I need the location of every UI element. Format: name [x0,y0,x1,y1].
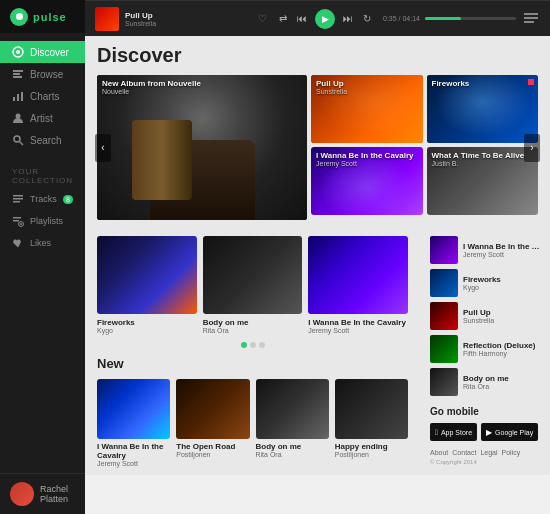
go-mobile-title: Go mobile [430,406,540,417]
now-playing-bar: Pull Up Sunstrella ♡ ⇄ ⏮ ▶ ⏭ ↻ 0:35 / 04… [85,0,550,36]
music-card-cavalry[interactable]: I Wanna Be In the Cavalry Jeremy Scott [308,236,408,334]
carousel-prev-button[interactable]: ‹ [95,134,111,162]
new-card-open-road-artist: Postiljonen [176,451,249,458]
queue-info-0: I Wanna Be In the Cavalry Jeremy Scott [463,242,540,258]
dot-1[interactable] [241,342,247,348]
queue-info-1: Fireworks Kygo [463,275,540,291]
carousel-top-row: Pull Up Sunstrella Fireworks [311,75,538,143]
new-card-cavalry-img [97,379,170,439]
svg-rect-20 [524,21,534,23]
new-card-body-title: Body on me [256,442,329,451]
footer-legal[interactable]: Legal [480,449,497,456]
card-title-cavalry: I Wanna Be In the Cavalry [316,151,414,160]
queue-thumb-1 [430,269,458,297]
svg-point-17 [20,223,22,225]
likes-icon [12,237,24,249]
featured-subtitle: Nouvelle [102,88,201,95]
search-icon [12,134,24,146]
svg-rect-19 [524,17,538,19]
music-card-fireworks-title: Fireworks [97,318,197,327]
svg-rect-7 [21,92,23,101]
music-card-body-on-me[interactable]: Body on me Rita Ora [203,236,303,334]
new-card-open-road[interactable]: The Open Road Postiljonen [176,379,249,467]
logo-text: pulse [33,11,67,23]
new-card-happy-img [335,379,408,439]
page-title: Discover [97,44,538,67]
svg-line-10 [20,142,24,146]
np-play-button[interactable]: ▶ [315,9,335,29]
queue-title-0: I Wanna Be In the Cavalry [463,242,540,251]
sidebar-item-browse[interactable]: Browse [0,63,85,85]
sidebar-item-tracks[interactable]: Tracks 8 [0,188,85,210]
footer-policy[interactable]: Policy [502,449,521,456]
sidebar-item-discover[interactable]: Discover [0,41,85,63]
sidebar-item-playlists[interactable]: Playlists [0,210,85,232]
np-queue-button[interactable] [524,12,540,26]
svg-point-8 [16,114,21,119]
queue-item-3[interactable]: Reflection (Deluxe) Fifth Harmony [430,335,540,363]
apple-icon:  [435,428,438,437]
sidebar-item-search[interactable]: Search [0,129,85,151]
np-repeat-button[interactable]: ↻ [361,11,373,26]
queue-item-2[interactable]: Pull Up Sunstrella [430,302,540,330]
carousel-card-pull-up[interactable]: Pull Up Sunstrella [311,75,423,143]
carousel-card-fireworks[interactable]: Fireworks [427,75,539,143]
queue-artist-0: Jeremy Scott [463,251,540,258]
new-card-happy-ending[interactable]: Happy ending Postiljonen [335,379,408,467]
card-title-pull-up: Pull Up [316,79,347,88]
new-card-cavalry-artist: Jeremy Scott [97,460,170,467]
card-artist-pull-up: Sunstrella [316,88,347,95]
content-right: I Wanna Be In the Cavalry Jeremy Scott F… [420,228,550,475]
carousel-container: ‹ New Album from Nouvelle Nouvelle [97,75,538,220]
np-shuffle-button[interactable]: ⇄ [277,11,289,26]
playlists-icon [12,215,24,227]
footer-about[interactable]: About [430,449,448,456]
content-body: Fireworks Kygo Body on me Rita Ora I Wan… [85,228,550,475]
featured-title: New Album from Nouvelle [102,79,201,88]
np-progress-bar[interactable]: 0:35 / 04:14 [383,15,516,22]
np-time: 0:35 / 04:14 [383,15,420,22]
np-prev-button[interactable]: ⏮ [295,11,309,26]
music-card-fireworks-img [97,236,197,314]
queue-artist-1: Kygo [463,284,540,291]
svg-rect-3 [13,73,20,75]
new-card-cavalry[interactable]: I Wanna Be In the Cavalry Jeremy Scott [97,379,170,467]
tracks-icon [12,193,24,205]
music-card-cavalry-img [308,236,408,314]
new-card-body[interactable]: Body on me Rita Ora [256,379,329,467]
carousel-next-button[interactable]: › [524,134,540,162]
card-artist-cavalry: Jeremy Scott [316,160,414,167]
carousel-card-cavalry[interactable]: I Wanna Be In the Cavalry Jeremy Scott [311,147,423,215]
queue-thumb-3 [430,335,458,363]
svg-rect-14 [13,217,21,219]
queue-item-1[interactable]: Fireworks Kygo [430,269,540,297]
svg-rect-5 [13,97,15,101]
dot-3[interactable] [259,342,265,348]
music-card-fireworks[interactable]: Fireworks Kygo [97,236,197,334]
main-content: Discover ‹ New Album from Nouvelle [85,36,550,514]
svg-rect-4 [13,76,22,78]
content-left: Fireworks Kygo Body on me Rita Ora I Wan… [85,228,420,475]
featured-main-card[interactable]: New Album from Nouvelle Nouvelle [97,75,307,220]
queue-item-4[interactable]: Body on me Rita Ora [430,368,540,396]
user-name: Rachel Platten [40,484,75,504]
new-card-cavalry-title: I Wanna Be In the Cavalry [97,442,170,460]
store-badges:  App Store ▶ Google Play [430,423,540,441]
queue-item-0[interactable]: I Wanna Be In the Cavalry Jeremy Scott [430,236,540,264]
svg-rect-11 [13,195,23,197]
google-play-badge[interactable]: ▶ Google Play [481,423,538,441]
queue-thumb-2 [430,302,458,330]
dot-2[interactable] [250,342,256,348]
sidebar-item-likes[interactable]: Likes [0,232,85,254]
np-next-button[interactable]: ⏭ [341,11,355,26]
sidebar-item-artist[interactable]: Artist [0,107,85,129]
np-like-button[interactable]: ♡ [258,13,267,24]
app-store-badge[interactable]:  App Store [430,423,477,441]
card-title-what-a-time: What A Time To Be Alive [432,151,525,160]
sidebar-user: Rachel Platten [0,473,85,514]
carousel-dots [97,342,408,348]
sidebar-item-charts[interactable]: Charts [0,85,85,107]
progress-track[interactable] [425,17,516,20]
footer-contact[interactable]: Contact [452,449,476,456]
carousel-card-what-a-time[interactable]: What A Time To Be Alive Justin B. [427,147,539,215]
